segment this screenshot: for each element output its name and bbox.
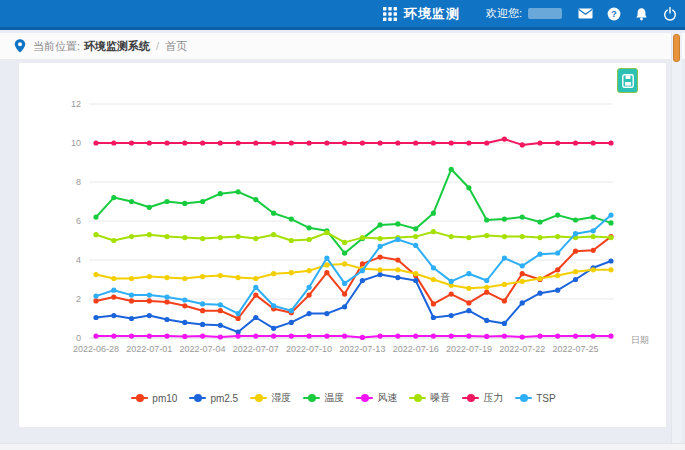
legend-item-TSP[interactable]: TSP (515, 393, 555, 404)
breadcrumb-bar: 当前位置: 环境监测系统 / 首页 (0, 33, 685, 60)
legend-label: TSP (536, 393, 555, 404)
legend-marker (462, 394, 479, 403)
power-icon[interactable] (662, 6, 677, 21)
welcome-label: 欢迎您: (486, 6, 522, 21)
svg-text:2: 2 (76, 294, 81, 304)
breadcrumb-home-link[interactable]: 首页 (165, 39, 187, 54)
app-title: 环境监测 (404, 5, 460, 23)
legend-item-风速[interactable]: 风速 (356, 391, 397, 405)
legend-marker (303, 394, 320, 403)
user-name-redacted (528, 8, 562, 19)
legend-item-噪音[interactable]: 噪音 (409, 391, 450, 405)
legend-item-湿度[interactable]: 湿度 (250, 391, 291, 405)
svg-text:2022-07-01: 2022-07-01 (126, 344, 172, 354)
svg-text:8: 8 (76, 177, 81, 187)
legend-marker (189, 394, 206, 403)
svg-text:?: ? (611, 9, 617, 19)
svg-text:6: 6 (76, 216, 81, 226)
legend-label: 风速 (377, 391, 397, 405)
chart-card: 0246810122022-06-282022-07-012022-07-042… (18, 62, 667, 428)
legend-item-压力[interactable]: 压力 (462, 391, 503, 405)
svg-text:2022-07-16: 2022-07-16 (393, 344, 439, 354)
svg-text:2022-07-04: 2022-07-04 (180, 344, 226, 354)
legend-item-温度[interactable]: 温度 (303, 391, 344, 405)
bottom-strip (0, 443, 685, 450)
legend-marker (515, 394, 532, 403)
scrollbar[interactable] (671, 33, 682, 450)
legend-marker (409, 394, 426, 403)
svg-text:0: 0 (76, 333, 81, 343)
svg-text:2022-07-13: 2022-07-13 (339, 344, 385, 354)
svg-text:4: 4 (76, 255, 81, 265)
bell-icon[interactable] (634, 6, 649, 21)
chart-legend: pm10pm2.5湿度温度风速噪音压力TSP (19, 390, 668, 406)
svg-text:2022-07-19: 2022-07-19 (446, 344, 492, 354)
svg-text:2022-06-28: 2022-06-28 (73, 344, 119, 354)
svg-text:10: 10 (71, 138, 81, 148)
save-image-button[interactable] (617, 68, 638, 93)
svg-text:2022-07-10: 2022-07-10 (286, 344, 332, 354)
legend-label: 噪音 (430, 391, 450, 405)
svg-text:12: 12 (71, 99, 81, 109)
legend-label: 压力 (483, 391, 503, 405)
legend-marker (356, 394, 373, 403)
svg-text:2022-07-07: 2022-07-07 (233, 344, 279, 354)
svg-text:日期: 日期 (631, 335, 649, 345)
legend-label: 温度 (324, 391, 344, 405)
legend-label: pm2.5 (210, 393, 238, 404)
save-image-icon (622, 74, 634, 88)
help-icon[interactable]: ? (606, 6, 621, 21)
line-chart: 0246810122022-06-282022-07-012022-07-042… (19, 63, 668, 383)
breadcrumb-system-link[interactable]: 环境监测系统 (84, 39, 150, 54)
location-pin-icon (14, 39, 26, 53)
svg-text:2022-07-22: 2022-07-22 (499, 344, 545, 354)
legend-marker (250, 394, 267, 403)
legend-label: pm10 (152, 393, 177, 404)
svg-text:2022-07-25: 2022-07-25 (552, 344, 598, 354)
breadcrumb-separator: / (156, 40, 159, 52)
mail-icon[interactable] (578, 6, 593, 21)
legend-item-pm10[interactable]: pm10 (131, 393, 177, 404)
legend-marker (131, 394, 148, 403)
apps-grid-icon[interactable] (383, 6, 398, 21)
breadcrumb-location-label: 当前位置: (33, 39, 80, 54)
top-navbar: 环境监测 欢迎您: ? (0, 0, 685, 30)
legend-item-pm2.5[interactable]: pm2.5 (189, 393, 238, 404)
legend-label: 湿度 (271, 391, 291, 405)
scrollbar-thumb[interactable] (673, 34, 680, 62)
